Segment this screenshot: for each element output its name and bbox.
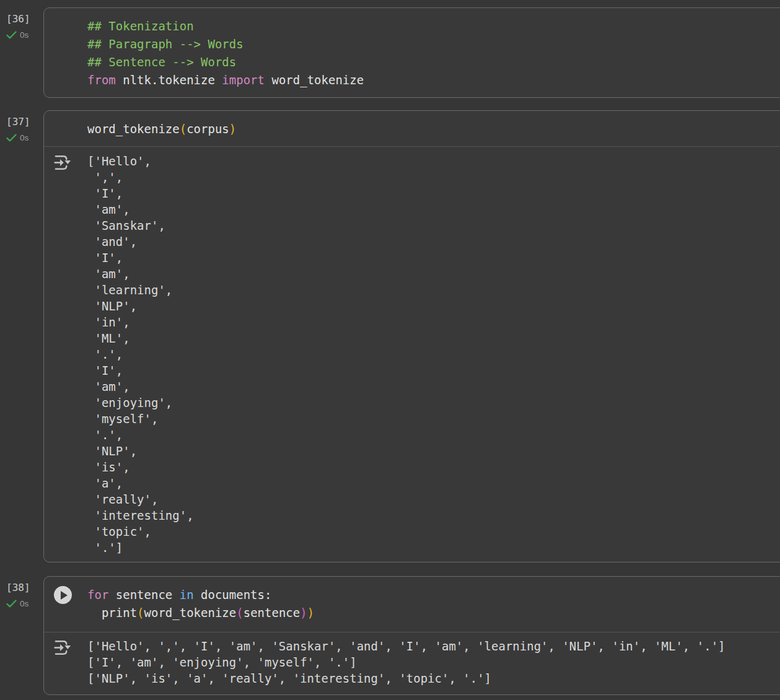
output-gutter xyxy=(44,153,87,556)
cell-status: 0s xyxy=(6,599,43,608)
output-line: 'I', xyxy=(87,250,780,266)
check-icon xyxy=(6,31,17,39)
cell-margin: [38] 0s xyxy=(0,576,43,695)
cell-37: [37] 0s word_tokenize(corpus) xyxy=(0,110,780,562)
cell-box: ## Tokenization## Paragraph --> Words## … xyxy=(43,7,780,98)
code-editor[interactable]: word_tokenize(corpus) xyxy=(44,111,780,146)
output-line: 'topic', xyxy=(87,523,780,540)
execution-count[interactable]: [36] xyxy=(6,14,43,25)
output-text: ['Hello', ',', 'I', 'am', 'Sanskar', 'an… xyxy=(87,638,780,686)
output-line: ',', xyxy=(87,169,780,185)
code-line: print(word_tokenize(sentence)) xyxy=(87,604,780,622)
cell-gutter xyxy=(44,17,87,89)
output-line: 'learning', xyxy=(87,282,780,298)
output-area: ['Hello', ',', 'I', 'am', 'Sanskar', 'an… xyxy=(44,147,780,562)
code-lines: for sentence in documents: print(word_to… xyxy=(87,586,780,622)
output-toggle-button[interactable] xyxy=(53,639,72,658)
cell-output-icon xyxy=(53,154,72,171)
code-line: word_tokenize(corpus) xyxy=(87,120,780,138)
output-line: 'NLP', xyxy=(87,443,780,459)
cell-status: 0s xyxy=(6,133,43,142)
output-line: 'and', xyxy=(87,234,780,250)
output-line: 'Sanskar', xyxy=(87,217,780,234)
output-line: 'am', xyxy=(87,201,780,217)
execution-count[interactable]: [38] xyxy=(6,582,43,593)
check-icon xyxy=(6,134,17,142)
output-line: ['Hello', ',', 'I', 'am', 'Sanskar', 'an… xyxy=(87,638,780,654)
code-line: for sentence in documents: xyxy=(87,586,780,604)
check-icon xyxy=(6,600,17,608)
code-editor[interactable]: for sentence in documents: print(word_to… xyxy=(44,577,780,632)
cell-gutter xyxy=(44,120,87,138)
cell-38: [38] 0s for sentence in documents: print… xyxy=(0,576,780,695)
output-line: '.', xyxy=(87,427,780,443)
output-toggle-button[interactable] xyxy=(53,154,72,173)
output-line: '.'] xyxy=(87,540,780,556)
play-icon xyxy=(61,591,68,600)
code-line: ## Paragraph --> Words xyxy=(87,35,780,53)
cell-output-icon xyxy=(53,639,72,656)
execution-duration: 0s xyxy=(20,30,28,40)
output-area: ['Hello', ',', 'I', 'am', 'Sanskar', 'an… xyxy=(44,632,780,694)
output-line: 'NLP', xyxy=(87,298,780,314)
output-line: 'interesting', xyxy=(87,507,780,523)
cell-margin: [37] 0s xyxy=(0,110,43,562)
cell-box: for sentence in documents: print(word_to… xyxy=(43,576,780,695)
output-line: 'ML', xyxy=(87,330,780,346)
execution-count[interactable]: [37] xyxy=(6,116,43,128)
output-line: 'am', xyxy=(87,378,780,395)
code-line: ## Tokenization xyxy=(87,17,780,35)
output-line: ['I', 'am', 'enjoying', 'myself', '.'] xyxy=(87,654,780,670)
output-line: ['Hello', xyxy=(87,153,780,169)
output-line: 'a', xyxy=(87,475,780,491)
output-line: 'myself', xyxy=(87,411,780,427)
cell-status: 0s xyxy=(6,30,43,40)
cell-box: word_tokenize(corpus) ['Hello' xyxy=(43,110,780,562)
cell-margin: [36] 0s xyxy=(0,7,43,98)
code-line: from nltk.tokenize import word_tokenize xyxy=(87,71,780,89)
output-line: 'I', xyxy=(87,185,780,201)
code-lines: ## Tokenization## Paragraph --> Words## … xyxy=(87,17,780,89)
notebook: [36] 0s ## Tokenization## Paragraph --> … xyxy=(0,0,780,695)
cell-36: [36] 0s ## Tokenization## Paragraph --> … xyxy=(0,7,780,98)
run-cell-button[interactable] xyxy=(54,586,72,604)
output-line: '.', xyxy=(87,346,780,362)
output-line: 'I', xyxy=(87,362,780,378)
code-line: ## Sentence --> Words xyxy=(87,53,780,71)
output-line: 'am', xyxy=(87,266,780,282)
code-lines: word_tokenize(corpus) xyxy=(87,120,780,138)
output-gutter xyxy=(44,638,87,686)
output-line: 'in', xyxy=(87,314,780,330)
cell-gutter xyxy=(44,586,87,622)
output-line: ['NLP', 'is', 'a', 'really', 'interestin… xyxy=(87,670,780,686)
output-text: ['Hello', ',', 'I', 'am', 'Sanskar', 'an… xyxy=(87,153,780,556)
execution-duration: 0s xyxy=(20,133,28,142)
output-line: 'enjoying', xyxy=(87,395,780,411)
output-line: 'is', xyxy=(87,459,780,475)
code-editor[interactable]: ## Tokenization## Paragraph --> Words## … xyxy=(44,8,780,97)
output-line: 'really', xyxy=(87,491,780,507)
execution-duration: 0s xyxy=(20,599,28,608)
